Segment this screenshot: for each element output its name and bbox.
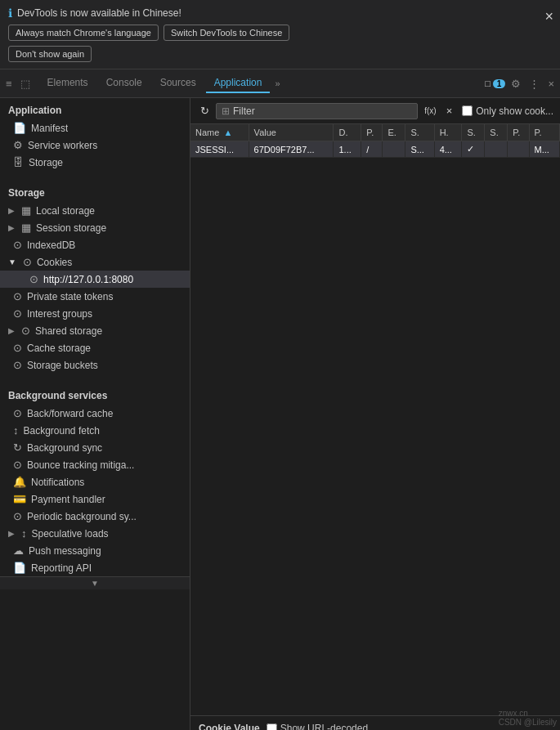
sidebar-scroll-down-button[interactable]: ▼ — [0, 576, 190, 589]
dont-show-row: Don't show again — [8, 46, 552, 62]
cell-size: S... — [405, 141, 434, 158]
col-partitioned[interactable]: P. — [529, 124, 560, 141]
background-fetch-icon: ↕ — [13, 424, 19, 437]
sidebar-item-background-fetch[interactable]: ↕ Background fetch — [0, 422, 190, 439]
col-httponly[interactable]: H. — [434, 124, 462, 141]
tab-more-icon[interactable]: » — [271, 77, 283, 90]
info-icon: ℹ — [8, 7, 12, 20]
private-state-tokens-label: Private state tokens — [27, 291, 113, 302]
tab-sources[interactable]: Sources — [152, 74, 204, 93]
col-name[interactable]: Name ▲ — [190, 124, 249, 141]
main-layout: Application 📄 Manifest ⚙ Service workers… — [0, 98, 560, 730]
tab-elements[interactable]: Elements — [39, 74, 96, 93]
banner-close-button[interactable]: × — [544, 8, 553, 25]
interest-groups-label: Interest groups — [27, 308, 92, 320]
clear-filter-button[interactable]: × — [443, 103, 456, 119]
watermark-line1: znwx.cn — [499, 709, 557, 718]
back-forward-cache-label: Back/forward cache — [27, 408, 113, 419]
devtools-menu-icon[interactable]: ≡ — [3, 76, 15, 92]
settings-icon[interactable]: ⚙ — [508, 76, 523, 92]
sidebar-item-cache-storage[interactable]: ⊙ Cache storage — [0, 339, 190, 356]
filter-text[interactable]: Filter — [233, 105, 255, 117]
notifications-icon: 🔔 — [13, 476, 26, 488]
cell-secure: ✓ — [462, 141, 485, 158]
col-value[interactable]: Value — [249, 124, 334, 141]
sidebar-item-shared-storage[interactable]: ▶ ⊙ Shared storage — [0, 322, 190, 339]
col-size[interactable]: S. — [405, 124, 434, 141]
periodic-background-icon: ⊙ — [13, 510, 22, 522]
refresh-button[interactable]: ↻ — [197, 103, 213, 119]
speculative-loads-label: Speculative loads — [32, 528, 109, 540]
tab-application[interactable]: Application — [206, 74, 271, 93]
show-url-decoded-text: Show URL-decoded — [280, 723, 368, 730]
watermark-line2: CSDN @Lilesily — [499, 718, 557, 727]
dont-show-again-button[interactable]: Don't show again — [8, 46, 92, 62]
filter-icon: ⊞ — [222, 105, 230, 117]
always-match-button[interactable]: Always match Chrome's language — [8, 25, 159, 41]
sidebar-item-reporting-api[interactable]: 📄 Reporting API — [0, 559, 190, 576]
only-show-cookies-checkbox[interactable] — [462, 105, 473, 116]
background-sync-icon: ↻ — [13, 441, 22, 454]
sidebar: Application 📄 Manifest ⚙ Service workers… — [0, 98, 190, 730]
sidebar-item-session-storage[interactable]: ▶ ▦ Session storage — [0, 219, 190, 236]
more-options-icon[interactable]: ⋮ — [526, 76, 542, 92]
sidebar-item-payment-handler[interactable]: 💳 Payment handler — [0, 490, 190, 508]
col-secure[interactable]: S. — [462, 124, 485, 141]
tab-console[interactable]: Console — [98, 74, 150, 93]
cell-expires — [383, 141, 405, 158]
data-table: Name ▲ Value D. P. E. S. H. S. S. P. — [190, 124, 560, 715]
local-storage-label: Local storage — [36, 205, 95, 217]
col-priority[interactable]: P. — [508, 124, 529, 141]
push-messaging-icon: ☁ — [13, 544, 24, 557]
sidebar-item-private-state-tokens[interactable]: ⊙ Private state tokens — [0, 288, 190, 305]
bounce-tracking-icon: ⊙ — [13, 459, 22, 471]
notification-banner: ℹ DevTools is now available in Chinese! … — [0, 0, 560, 69]
manifest-label: Manifest — [31, 123, 68, 134]
fx-button[interactable]: f(x) — [421, 105, 439, 117]
tab-right-icons: □ 1 ⚙ ⋮ × — [485, 76, 557, 92]
sidebar-item-push-messaging[interactable]: ☁ Push messaging — [0, 542, 190, 559]
sidebar-item-back-forward-cache[interactable]: ⊙ Back/forward cache — [0, 405, 190, 422]
sidebar-item-cookies[interactable]: ▼ ⊙ Cookies — [0, 253, 190, 271]
reporting-api-label: Reporting API — [31, 562, 92, 574]
show-url-decoded-checkbox[interactable] — [267, 723, 277, 731]
col-domain[interactable]: D. — [334, 124, 361, 141]
cache-storage-icon: ⊙ — [13, 342, 22, 354]
speculative-loads-arrow: ▶ — [8, 529, 15, 538]
switch-to-chinese-button[interactable]: Switch DevTools to Chinese — [164, 25, 289, 41]
cookies-table: Name ▲ Value D. P. E. S. H. S. S. P. — [190, 124, 560, 158]
storage-buckets-label: Storage buckets — [27, 360, 98, 371]
sidebar-item-interest-groups[interactable]: ⊙ Interest groups — [0, 305, 190, 322]
indexeddb-icon: ⊙ — [13, 239, 22, 251]
col-path[interactable]: P. — [361, 124, 383, 141]
sidebar-item-notifications[interactable]: 🔔 Notifications — [0, 473, 190, 490]
session-storage-arrow: ▶ — [8, 223, 15, 232]
sidebar-item-storage-buckets[interactable]: ⊙ Storage buckets — [0, 356, 190, 374]
col-expires[interactable]: E. — [383, 124, 405, 141]
close-devtools-icon[interactable]: × — [545, 76, 557, 92]
cell-partitioned: M... — [529, 141, 560, 158]
sidebar-item-background-sync[interactable]: ↻ Background sync — [0, 439, 190, 456]
table-row[interactable]: JSESSI... 67D09F72B7... 1... / S... 4...… — [190, 141, 560, 158]
bounce-tracking-label: Bounce tracking mitiga... — [27, 459, 134, 471]
session-storage-label: Session storage — [36, 222, 106, 234]
sidebar-item-periodic-background[interactable]: ⊙ Periodic background sy... — [0, 508, 190, 525]
col-samesite[interactable]: S. — [485, 124, 508, 141]
content-toolbar: ↻ ⊞ Filter f(x) × Only show cook... — [190, 98, 560, 124]
sidebar-item-service-workers[interactable]: ⚙ Service workers — [0, 137, 190, 154]
banner-title-row: ℹ DevTools is now available in Chinese! — [8, 7, 552, 20]
sidebar-item-bounce-tracking[interactable]: ⊙ Bounce tracking mitiga... — [0, 456, 190, 473]
notification-badge: □ 1 — [485, 78, 505, 88]
cookies-label: Cookies — [37, 257, 72, 268]
sidebar-item-manifest[interactable]: 📄 Manifest — [0, 119, 190, 137]
devtools-layout-icon[interactable]: ⬚ — [18, 76, 33, 92]
sidebar-item-indexeddb[interactable]: ⊙ IndexedDB — [0, 236, 190, 253]
sidebar-item-storage-app[interactable]: 🗄 Storage — [0, 154, 190, 171]
only-show-cookies-text: Only show cook... — [476, 105, 553, 117]
private-state-tokens-icon: ⊙ — [13, 290, 22, 302]
sidebar-item-cookie-url[interactable]: ⊙ http://127.0.0.1:8080 — [0, 271, 190, 288]
badge-count: 1 — [493, 79, 506, 88]
cookie-url-icon: ⊙ — [29, 273, 38, 285]
sidebar-item-local-storage[interactable]: ▶ ▦ Local storage — [0, 202, 190, 219]
sidebar-item-speculative-loads[interactable]: ▶ ↕ Speculative loads — [0, 525, 190, 542]
